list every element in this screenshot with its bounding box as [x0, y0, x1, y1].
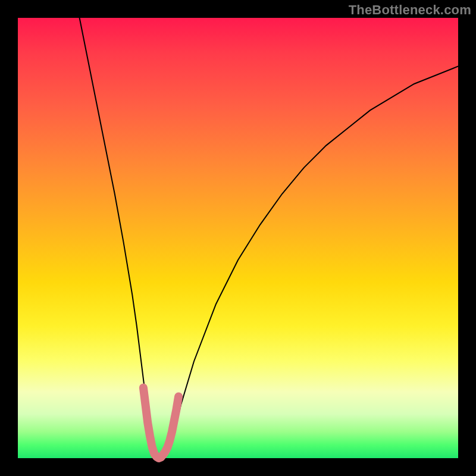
chart-svg: [18, 18, 458, 458]
trough-marker-line: [143, 388, 178, 458]
chart-frame: TheBottleneck.com: [0, 0, 476, 476]
bottleneck-curve-line: [80, 18, 458, 458]
watermark-label: TheBottleneck.com: [349, 2, 471, 18]
plot-area: [18, 18, 458, 458]
